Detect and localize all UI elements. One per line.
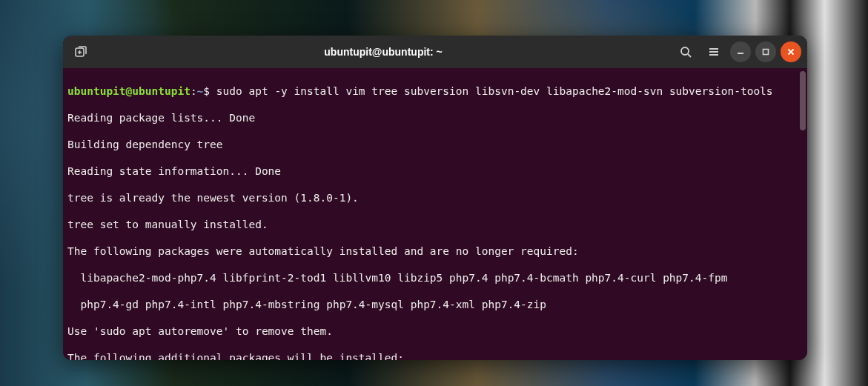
prompt-symbol: $: [203, 85, 210, 97]
output-line: tree set to manually installed.: [67, 218, 803, 231]
output-line: libapache2-mod-php7.4 libfprint-2-tod1 l…: [67, 271, 803, 284]
output-line: The following additional packages will b…: [67, 351, 803, 360]
output-line: Building dependency tree: [67, 138, 803, 151]
output-line: Reading package lists... Done: [67, 111, 803, 124]
maximize-icon: [761, 47, 770, 56]
maximize-button[interactable]: [755, 41, 776, 62]
window-title: ubuntupit@ubuntupit: ~: [99, 46, 668, 58]
hamburger-icon: [708, 46, 720, 58]
new-tab-icon: [74, 45, 87, 59]
prompt-user-host: ubuntupit@ubuntupit: [67, 85, 191, 97]
minimize-icon: [736, 47, 745, 56]
search-icon: [680, 46, 692, 58]
minimize-button[interactable]: [730, 41, 751, 62]
output-line: php7.4-gd php7.4-intl php7.4-mbstring ph…: [67, 298, 803, 311]
prompt-colon: :: [191, 85, 197, 97]
close-icon: [786, 47, 795, 56]
svg-line-4: [688, 54, 691, 57]
output-line: The following packages were automaticall…: [67, 244, 803, 258]
close-button[interactable]: [781, 41, 801, 62]
menu-button[interactable]: [702, 40, 726, 64]
search-button[interactable]: [674, 40, 698, 64]
output-line: Use 'sudo apt autoremove' to remove them…: [67, 325, 803, 338]
prompt-line: ubuntupit@ubuntupit:~$ sudo apt -y insta…: [67, 84, 803, 98]
command-text: sudo apt -y install vim tree subversion …: [216, 85, 773, 97]
terminal-body[interactable]: ubuntupit@ubuntupit:~$ sudo apt -y insta…: [63, 68, 807, 360]
scrollbar-thumb[interactable]: [800, 71, 806, 130]
svg-rect-9: [763, 50, 769, 55]
svg-point-3: [681, 47, 689, 55]
output-line: tree is already the newest version (1.8.…: [67, 191, 803, 204]
titlebar: ubuntupit@ubuntupit: ~: [63, 36, 807, 68]
terminal-window: ubuntupit@ubuntupit: ~ ubuntupit@ubuntup…: [63, 36, 807, 360]
new-tab-button[interactable]: [69, 40, 93, 64]
output-line: Reading state information... Done: [67, 164, 803, 178]
